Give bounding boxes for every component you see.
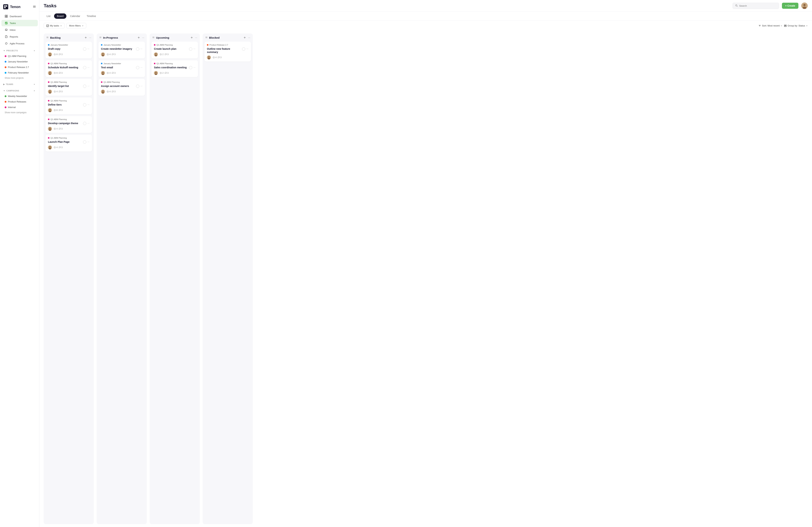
- card[interactable]: Q1 ABM Planning Assign account owners ··…: [99, 79, 145, 96]
- card-project-name: Q1 ABM Planning: [50, 118, 67, 120]
- col-more-backlog[interactable]: ···: [89, 36, 91, 39]
- card[interactable]: January Newsletter Create newsletter ima…: [99, 42, 145, 59]
- avatar[interactable]: [801, 2, 808, 9]
- project-february[interactable]: February Newsletter: [1, 70, 38, 75]
- teams-toggle[interactable]: ▶: [3, 83, 5, 86]
- card-header: Schedule kickoff meeting ···: [48, 66, 89, 69]
- card-time: 8: [54, 72, 58, 74]
- card-more[interactable]: ···: [87, 47, 89, 50]
- search-input[interactable]: [739, 4, 777, 7]
- sidebar-item-reports[interactable]: Reports: [1, 33, 38, 40]
- sort-button[interactable]: Sort: Most recent: [758, 24, 782, 27]
- card-check[interactable]: [83, 140, 86, 144]
- col-more-in-progress[interactable]: ···: [142, 36, 144, 39]
- card-more[interactable]: ···: [87, 66, 89, 69]
- card-check[interactable]: [189, 47, 192, 51]
- releases-dot: [5, 101, 6, 103]
- card-footer: 8 3: [48, 52, 89, 56]
- card-more[interactable]: ···: [140, 66, 143, 69]
- q1abm-dot: [5, 55, 6, 57]
- card-header: Define tiers ···: [48, 103, 89, 106]
- col-add-upcoming[interactable]: [190, 35, 194, 40]
- menu-icon[interactable]: [33, 5, 36, 9]
- sidebar-item-tasks[interactable]: Tasks: [1, 20, 38, 26]
- card-more[interactable]: ···: [87, 140, 89, 143]
- col-more-blocked[interactable]: ···: [248, 36, 250, 39]
- add-campaign-icon[interactable]: +: [33, 89, 36, 92]
- teams-section-header: ▶ TEAMS +: [0, 80, 39, 87]
- column-blocked: Blocked ··· Product Release 2.7 Outline …: [203, 33, 253, 524]
- card[interactable]: January Newsletter Draft copy ··· 8 3: [45, 42, 92, 59]
- project-january[interactable]: January Newsletter: [1, 59, 38, 64]
- card-more[interactable]: ···: [87, 85, 89, 87]
- sidebar-label-tasks: Tasks: [10, 22, 16, 25]
- create-button[interactable]: + Create: [782, 3, 798, 9]
- svg-rect-2: [4, 7, 5, 8]
- card[interactable]: Q1 ABM Planning Define tiers ··· 8 3: [45, 97, 92, 114]
- my-tasks-filter[interactable]: My tasks: [44, 23, 64, 28]
- card-check[interactable]: [136, 66, 139, 69]
- card-more[interactable]: ···: [246, 47, 248, 50]
- card-more[interactable]: ···: [140, 47, 143, 50]
- card-more[interactable]: ···: [193, 47, 195, 50]
- project-q1abm[interactable]: Q1 ABM Planning: [1, 54, 38, 59]
- card[interactable]: January Newsletter Test email ··· 4 3: [99, 60, 145, 77]
- sidebar-item-dashboard[interactable]: Dashboard: [1, 13, 38, 19]
- card-comments: 3: [59, 109, 63, 111]
- tab-list[interactable]: List: [44, 13, 53, 19]
- card[interactable]: Q1 ABM Planning Launch Plan Page ··· 4 3: [45, 135, 92, 151]
- card-check[interactable]: [242, 47, 245, 51]
- campaign-internal[interactable]: Internal: [1, 105, 38, 110]
- campaign-releases[interactable]: Product Releases: [1, 99, 38, 104]
- search-bar[interactable]: [733, 3, 779, 9]
- add-project-icon[interactable]: +: [33, 49, 36, 52]
- col-add-blocked[interactable]: [243, 35, 247, 40]
- card-project-tag: January Newsletter: [101, 44, 143, 46]
- card[interactable]: Q1 ABM Planning Develop campaign theme ·…: [45, 116, 92, 133]
- sidebar-item-agile[interactable]: Agile Process: [1, 40, 38, 47]
- tab-timeline[interactable]: Timeline: [84, 13, 99, 19]
- card-header: Assign account owners ···: [101, 85, 143, 88]
- card-comments-value: 3: [61, 146, 63, 149]
- tab-calendar[interactable]: Calendar: [67, 13, 83, 19]
- card-comments: 3: [59, 127, 63, 130]
- card[interactable]: Q1 ABM Planning Sales coordination meeti…: [151, 60, 198, 77]
- campaign-weekly[interactable]: Weekly Newsletter: [1, 93, 38, 99]
- show-more-projects[interactable]: Show more projects: [1, 76, 38, 80]
- card-check[interactable]: [136, 47, 139, 51]
- project-prod27[interactable]: Product Release 2.7: [1, 64, 38, 70]
- card-check[interactable]: [136, 85, 139, 88]
- card-check[interactable]: [83, 103, 86, 106]
- tab-board[interactable]: Board: [54, 13, 67, 19]
- card-more[interactable]: ···: [87, 103, 89, 106]
- toolbar: My tasks More filters Sort: Most recent …: [39, 21, 812, 31]
- card-project-dot: [48, 44, 49, 46]
- projects-toggle[interactable]: ▼: [3, 49, 5, 52]
- col-add-backlog[interactable]: [84, 35, 88, 40]
- add-team-icon[interactable]: +: [33, 82, 36, 86]
- campaigns-toggle[interactable]: ▼: [3, 90, 5, 92]
- card-project-tag: Q1 ABM Planning: [48, 137, 89, 139]
- card-more[interactable]: ···: [140, 85, 143, 87]
- card[interactable]: Q1 ABM Planning Schedule kickoff meeting…: [45, 60, 92, 77]
- col-more-upcoming[interactable]: ···: [195, 36, 197, 39]
- card[interactable]: Product Release 2.7 Outline new feature …: [204, 42, 251, 62]
- card-check[interactable]: [189, 66, 192, 69]
- card-more[interactable]: ···: [87, 122, 89, 124]
- card-project-dot: [207, 44, 208, 46]
- card-check[interactable]: [83, 85, 86, 88]
- card-check[interactable]: [83, 47, 86, 51]
- group-button[interactable]: Group by: Status: [784, 24, 808, 27]
- card-check[interactable]: [83, 66, 86, 69]
- card[interactable]: Q1 ABM Planning Identify target list ···…: [45, 79, 92, 96]
- card-more[interactable]: ···: [193, 66, 195, 69]
- col-add-in-progress[interactable]: [137, 35, 141, 40]
- show-more-campaigns[interactable]: Show more campaigns: [1, 110, 38, 115]
- card[interactable]: Q1 ABM Planning Create launch plan ··· 2…: [151, 42, 198, 59]
- card-project-name: Q1 ABM Planning: [157, 62, 173, 64]
- more-filters-btn[interactable]: More filters: [67, 23, 86, 28]
- column-body-backlog: January Newsletter Draft copy ··· 8 3: [44, 42, 94, 524]
- sidebar-item-inbox[interactable]: Inbox: [1, 27, 38, 33]
- card-header: Develop campaign theme ···: [48, 122, 89, 125]
- card-check[interactable]: [83, 122, 86, 125]
